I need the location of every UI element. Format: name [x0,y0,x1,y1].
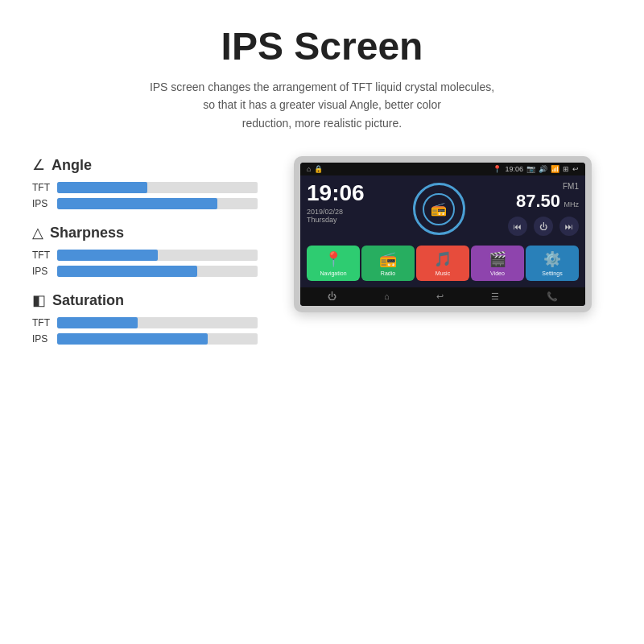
phone-nav-btn[interactable]: 📞 [547,291,558,302]
screen-center: 📻 [386,182,492,236]
page: IPS Screen IPS screen changes the arrang… [0,0,644,644]
navigation-icon: 📍 [324,250,342,268]
sharpness-section: △ Sharpness TFT IPS [32,224,258,277]
radio-icon: 📻 [431,201,447,217]
radio-dial: 📻 [413,183,465,235]
angle-section: ∠ Angle TFT IPS [32,156,258,209]
screen-right: FM1 87.50 MHz ⏮ ⏻ ⏭ [498,182,579,236]
app-music[interactable]: 🎵 Music [416,246,469,281]
app-video[interactable]: 🎬 Video [471,246,524,281]
power-nav-btn[interactable]: ⏻ [328,291,336,302]
saturation-icon: ◧ [32,291,46,309]
power-button[interactable]: ⏻ [534,217,553,236]
screen-device: ⌂ 🔒 📍 19:06 📷 🔊 📶 ⊞ ↩ [294,156,592,312]
status-left: ⌂ 🔒 [307,165,323,173]
back-icon: ↩ [572,165,579,173]
saturation-ips-track [57,333,258,345]
sharpness-tft-label: TFT [32,250,52,261]
saturation-tft-row: TFT [32,317,258,328]
radio-dial-inner: 📻 [423,193,455,225]
saturation-tft-track [57,317,258,328]
video-icon: 🎬 [489,250,506,268]
sharpness-tft-fill [57,250,158,261]
saturation-label: Saturation [52,292,124,309]
fm-label: FM1 [516,182,579,191]
video-label: Video [490,270,505,276]
home-nav-btn[interactable]: ⌂ [384,291,390,302]
status-time: 19:06 [505,165,523,173]
right-panel: ⌂ 🔒 📍 19:06 📷 🔊 📶 ⊞ ↩ [274,156,612,312]
saturation-ips-label: IPS [32,333,52,345]
camera-icon: 📷 [526,165,535,173]
status-bar: ⌂ 🔒 📍 19:06 📷 🔊 📶 ⊞ ↩ [300,163,585,175]
angle-header: ∠ Angle [32,156,258,174]
saturation-ips-row: IPS [32,333,258,345]
app-grid: 📍 Navigation 📻 Radio 🎵 Music 🎬 [300,242,585,287]
controls-row: ⏮ ⏻ ⏭ [508,217,579,236]
navigation-label: Navigation [320,270,346,276]
angle-ips-label: IPS [32,198,52,209]
content-row: ∠ Angle TFT IPS [16,156,628,345]
sharpness-tft-track [57,250,258,261]
app-navigation[interactable]: 📍 Navigation [307,246,360,281]
back-nav-btn[interactable]: ↩ [436,291,444,302]
bottom-nav-bar: ⏻ ⌂ ↩ ☰ 📞 [300,287,585,306]
saturation-header: ◧ Saturation [32,291,258,309]
screen-inner: ⌂ 🔒 📍 19:06 📷 🔊 📶 ⊞ ↩ [300,163,585,306]
volume-icon: 🔊 [539,165,547,173]
sharpness-ips-label: IPS [32,266,52,277]
angle-tft-track [57,182,258,193]
sharpness-ips-track [57,266,258,277]
angle-tft-fill [57,182,147,193]
page-title: IPS Screen [221,24,423,68]
home-icon: ⌂ [307,165,311,173]
next-button[interactable]: ⏭ [559,217,579,236]
fm-frequency: 87.50 [516,191,560,211]
music-label: Music [436,270,450,276]
angle-ips-fill [57,198,217,209]
settings-label: Settings [542,270,562,276]
app-radio[interactable]: 📻 Radio [361,246,415,281]
angle-tft-row: TFT [32,182,258,193]
prev-button[interactable]: ⏮ [508,217,527,236]
sharpness-ips-row: IPS [32,266,258,277]
sharpness-header: △ Sharpness [32,224,258,242]
sharpness-icon: △ [32,224,43,242]
wifi-icon: 📶 [551,165,559,173]
screen-left: 19:06 2019/02/28 Thursday [307,182,379,236]
time-display: 19:06 [307,182,379,204]
day-value: Thursday [307,216,379,224]
music-icon: 🎵 [434,250,452,268]
saturation-section: ◧ Saturation TFT IPS [32,291,258,345]
saturation-tft-fill [57,317,138,328]
saturation-tft-label: TFT [32,317,52,328]
settings-icon: ⚙️ [543,250,561,268]
saturation-ips-fill [57,333,208,345]
angle-ips-track [57,198,258,209]
sharpness-label: Sharpness [50,225,124,242]
angle-icon: ∠ [32,156,45,174]
screen-main-content: 19:06 2019/02/28 Thursday 📻 [300,175,585,242]
location-icon: 📍 [493,165,502,173]
radio-app-icon: 📻 [379,250,397,268]
status-right: 📍 19:06 📷 🔊 📶 ⊞ ↩ [493,165,579,173]
left-panel: ∠ Angle TFT IPS [32,156,258,345]
angle-label: Angle [52,157,92,174]
window-icon: ⊞ [563,165,569,173]
radio-label: Radio [381,270,395,276]
fm-display: FM1 87.50 MHz [516,182,579,212]
date-value: 2019/02/28 [307,208,379,216]
date-display: 2019/02/28 Thursday [307,208,379,224]
angle-tft-label: TFT [32,182,52,193]
page-subtitle: IPS screen changes the arrangement of TF… [150,78,494,132]
angle-ips-row: IPS [32,198,258,209]
app-settings[interactable]: ⚙️ Settings [526,246,579,281]
sharpness-ips-fill [57,266,197,277]
sharpness-tft-row: TFT [32,250,258,261]
fm-unit: MHz [564,200,580,208]
lock-icon: 🔒 [314,165,323,173]
menu-nav-btn[interactable]: ☰ [491,291,499,302]
